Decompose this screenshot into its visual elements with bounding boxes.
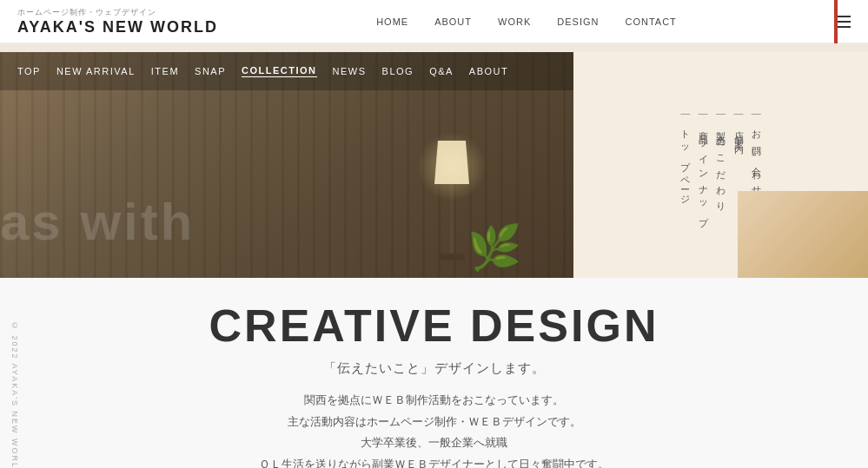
hero-nav-blog[interactable]: BLOG bbox=[382, 66, 414, 76]
vertical-item-1-7: プ bbox=[696, 210, 709, 222]
nav-about[interactable]: ABOUT bbox=[434, 16, 472, 27]
vertical-item-0-5: ジ bbox=[679, 188, 692, 201]
vertical-menu-col-2[interactable]: —製造のこだわり bbox=[714, 108, 727, 222]
vertical-item-2-3: こ bbox=[714, 148, 727, 161]
content-p2: 主な活動内容はホームページ制作・ＷＥＢデザインです。 bbox=[217, 412, 652, 433]
hero-image: TOP NEW ARRIVAL ITEM SNAP COLLECTION NEW… bbox=[0, 52, 573, 278]
vertical-item-2-4: だ bbox=[714, 163, 727, 176]
vertical-item-4-3: 合 bbox=[750, 159, 763, 161]
logo-subtitle: ホームページ制作・ウェブデザイン bbox=[17, 7, 218, 18]
vertical-item-2-6: り bbox=[714, 194, 727, 208]
vertical-item-2-0: 製 bbox=[714, 123, 727, 125]
vertical-menu-col-1[interactable]: —商品ラインナップ bbox=[696, 108, 709, 222]
vertical-item-1-1: 品 bbox=[696, 128, 709, 129]
hero-right-bottom-decoration bbox=[738, 191, 868, 278]
nav-links: HOME ABOUT WORK DESIGN CONTACT bbox=[376, 16, 677, 27]
vertical-item-1-0: 商 bbox=[696, 123, 709, 125]
vertical-menu-col-0[interactable]: —トップページ bbox=[679, 108, 692, 222]
vertical-item-2-2: の bbox=[714, 132, 727, 145]
creative-subtitle: 「伝えたいこと」デザインします。 bbox=[17, 360, 851, 377]
vertical-item-4-5: せ bbox=[750, 179, 763, 192]
hero-section: TOP NEW ARRIVAL ITEM SNAP COLLECTION NEW… bbox=[0, 52, 868, 278]
hero-nav-about[interactable]: ABOUT bbox=[469, 66, 508, 76]
plant-leaves: 🌿 bbox=[467, 226, 521, 269]
hero-navigation: TOP NEW ARRIVAL ITEM SNAP COLLECTION NEW… bbox=[0, 52, 573, 90]
lamp-shade bbox=[434, 141, 469, 184]
color-band bbox=[0, 43, 868, 52]
vertical-dash-1: — bbox=[699, 108, 708, 118]
lamp-base bbox=[439, 254, 465, 260]
vertical-item-4-1: 問 bbox=[750, 139, 763, 141]
logo-title: AYAKA'S NEW WORLD bbox=[17, 18, 218, 36]
logo[interactable]: ホームページ制作・ウェブデザイン AYAKA'S NEW WORLD bbox=[17, 7, 218, 36]
nav-home[interactable]: HOME bbox=[376, 16, 408, 27]
nav-design[interactable]: DESIGN bbox=[557, 16, 599, 27]
hero-nav-qa[interactable]: Q&A bbox=[429, 66, 454, 76]
content-p1: 関西を拠点にＷＥＢ制作活動をおこなっています。 bbox=[217, 390, 652, 412]
vertical-item-1-2: ラ bbox=[696, 132, 709, 145]
vertical-item-3-0: 店 bbox=[732, 123, 745, 125]
vertical-item-1-3: イ bbox=[696, 148, 709, 161]
vertical-item-4-4: わ bbox=[750, 163, 763, 176]
vertical-item-1-5: ナ bbox=[696, 179, 709, 192]
creative-design-title: CREATIVE DESIGN bbox=[17, 300, 851, 352]
vertical-item-3-3: 内 bbox=[732, 136, 745, 138]
hero-nav-news[interactable]: NEWS bbox=[333, 66, 367, 76]
vertical-item-0-0: ト bbox=[679, 123, 692, 136]
vertical-item-0-4: ー bbox=[679, 184, 692, 186]
vertical-item-3-2: 案 bbox=[732, 132, 745, 134]
nav-work[interactable]: WORK bbox=[498, 16, 531, 27]
content-p4: ＯＬ生活を送りながら副業ＷＥＢデザイナーとして日々奮闘中です。 bbox=[217, 454, 652, 468]
hero-nav-new-arrival[interactable]: NEW ARRIVAL bbox=[56, 66, 136, 76]
hero-nav-snap[interactable]: SNAP bbox=[195, 66, 226, 76]
vertical-item-4-0: お bbox=[750, 123, 763, 136]
vertical-dash-3: — bbox=[733, 108, 743, 118]
vertical-dash-2: — bbox=[716, 108, 726, 118]
lamp-pole bbox=[450, 184, 454, 254]
vertical-dash-4: — bbox=[752, 108, 761, 118]
nav-contact[interactable]: CONTACT bbox=[625, 16, 676, 27]
vertical-item-4-2: い bbox=[750, 143, 763, 156]
hero-right-panel: —トップページ—商品ラインナップ—製造のこだわり—店舗案内—お問い合わせ bbox=[573, 52, 868, 278]
vertical-item-1-4: ン bbox=[696, 163, 709, 176]
accent-bar bbox=[834, 0, 838, 43]
vertical-item-1-6: ッ bbox=[696, 194, 709, 208]
nav-right bbox=[835, 16, 851, 28]
hero-overlay-text: as with bbox=[0, 192, 195, 252]
vertical-item-3-1: 舗 bbox=[732, 128, 745, 129]
content-p3: 大学卒業後、一般企業へ就職 bbox=[217, 432, 652, 454]
hero-nav-top[interactable]: TOP bbox=[17, 66, 41, 76]
vertical-item-0-1: ッ bbox=[679, 139, 692, 152]
top-navigation: ホームページ制作・ウェブデザイン AYAKA'S NEW WORLD HOME … bbox=[0, 0, 868, 43]
vertical-item-2-1: 造 bbox=[714, 128, 727, 129]
plant-decoration: 🌿 bbox=[467, 226, 521, 269]
vertical-dash-0: — bbox=[680, 108, 690, 118]
hero-nav-collection[interactable]: COLLECTION bbox=[242, 65, 317, 77]
side-copyright: © 2022 AYAKA'S NEW WORLD bbox=[10, 321, 19, 468]
content-body: 関西を拠点にＷＥＢ制作活動をおこなっています。 主な活動内容はホームページ制作・… bbox=[217, 390, 652, 468]
content-section: CREATIVE DESIGN 「伝えたいこと」デザインします。 関西を拠点にＷ… bbox=[0, 278, 868, 468]
vertical-item-2-5: わ bbox=[714, 179, 727, 192]
vertical-item-0-2: プ bbox=[679, 155, 692, 167]
hero-nav-item[interactable]: ITEM bbox=[151, 66, 179, 76]
vertical-item-0-3: ペ bbox=[679, 169, 692, 181]
lamp-decoration bbox=[434, 141, 469, 260]
